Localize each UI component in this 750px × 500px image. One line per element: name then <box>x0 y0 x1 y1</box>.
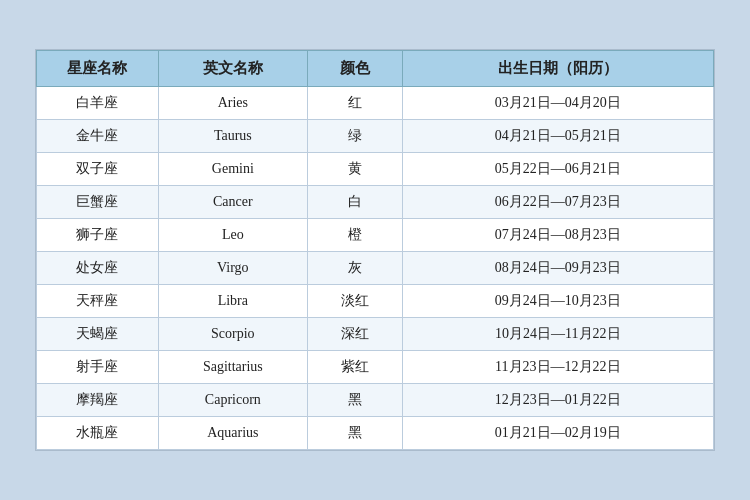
zodiac-table-container: 星座名称 英文名称 颜色 出生日期（阳历） 白羊座Aries红03月21日—04… <box>35 49 715 451</box>
cell-date: 12月23日—01月22日 <box>402 384 713 417</box>
cell-date: 05月22日—06月21日 <box>402 153 713 186</box>
cell-chinese: 摩羯座 <box>37 384 159 417</box>
cell-chinese: 天蝎座 <box>37 318 159 351</box>
cell-date: 08月24日—09月23日 <box>402 252 713 285</box>
cell-date: 03月21日—04月20日 <box>402 87 713 120</box>
header-color: 颜色 <box>307 51 402 87</box>
cell-english: Aries <box>158 87 307 120</box>
cell-color: 黄 <box>307 153 402 186</box>
cell-color: 红 <box>307 87 402 120</box>
cell-chinese: 狮子座 <box>37 219 159 252</box>
cell-color: 深红 <box>307 318 402 351</box>
cell-english: Leo <box>158 219 307 252</box>
cell-color: 淡红 <box>307 285 402 318</box>
cell-date: 06月22日—07月23日 <box>402 186 713 219</box>
cell-color: 白 <box>307 186 402 219</box>
table-row: 狮子座Leo橙07月24日—08月23日 <box>37 219 714 252</box>
cell-english: Capricorn <box>158 384 307 417</box>
table-row: 天蝎座Scorpio深红10月24日—11月22日 <box>37 318 714 351</box>
header-date: 出生日期（阳历） <box>402 51 713 87</box>
cell-date: 04月21日—05月21日 <box>402 120 713 153</box>
table-row: 水瓶座Aquarius黑01月21日—02月19日 <box>37 417 714 450</box>
cell-chinese: 巨蟹座 <box>37 186 159 219</box>
cell-english: Libra <box>158 285 307 318</box>
cell-date: 07月24日—08月23日 <box>402 219 713 252</box>
header-english: 英文名称 <box>158 51 307 87</box>
cell-english: Aquarius <box>158 417 307 450</box>
table-body: 白羊座Aries红03月21日—04月20日金牛座Taurus绿04月21日—0… <box>37 87 714 450</box>
cell-date: 09月24日—10月23日 <box>402 285 713 318</box>
cell-date: 10月24日—11月22日 <box>402 318 713 351</box>
cell-chinese: 天秤座 <box>37 285 159 318</box>
cell-date: 01月21日—02月19日 <box>402 417 713 450</box>
cell-date: 11月23日—12月22日 <box>402 351 713 384</box>
cell-english: Taurus <box>158 120 307 153</box>
cell-chinese: 白羊座 <box>37 87 159 120</box>
cell-color: 紫红 <box>307 351 402 384</box>
table-row: 白羊座Aries红03月21日—04月20日 <box>37 87 714 120</box>
cell-color: 灰 <box>307 252 402 285</box>
cell-english: Sagittarius <box>158 351 307 384</box>
table-row: 处女座Virgo灰08月24日—09月23日 <box>37 252 714 285</box>
cell-english: Gemini <box>158 153 307 186</box>
cell-chinese: 金牛座 <box>37 120 159 153</box>
table-row: 摩羯座Capricorn黑12月23日—01月22日 <box>37 384 714 417</box>
table-row: 射手座Sagittarius紫红11月23日—12月22日 <box>37 351 714 384</box>
cell-color: 黑 <box>307 384 402 417</box>
table-row: 天秤座Libra淡红09月24日—10月23日 <box>37 285 714 318</box>
cell-chinese: 双子座 <box>37 153 159 186</box>
cell-english: Scorpio <box>158 318 307 351</box>
cell-color: 绿 <box>307 120 402 153</box>
table-row: 双子座Gemini黄05月22日—06月21日 <box>37 153 714 186</box>
header-chinese: 星座名称 <box>37 51 159 87</box>
cell-english: Virgo <box>158 252 307 285</box>
cell-color: 橙 <box>307 219 402 252</box>
cell-english: Cancer <box>158 186 307 219</box>
cell-chinese: 水瓶座 <box>37 417 159 450</box>
cell-chinese: 处女座 <box>37 252 159 285</box>
cell-color: 黑 <box>307 417 402 450</box>
table-header-row: 星座名称 英文名称 颜色 出生日期（阳历） <box>37 51 714 87</box>
cell-chinese: 射手座 <box>37 351 159 384</box>
zodiac-table: 星座名称 英文名称 颜色 出生日期（阳历） 白羊座Aries红03月21日—04… <box>36 50 714 450</box>
table-row: 巨蟹座Cancer白06月22日—07月23日 <box>37 186 714 219</box>
table-row: 金牛座Taurus绿04月21日—05月21日 <box>37 120 714 153</box>
